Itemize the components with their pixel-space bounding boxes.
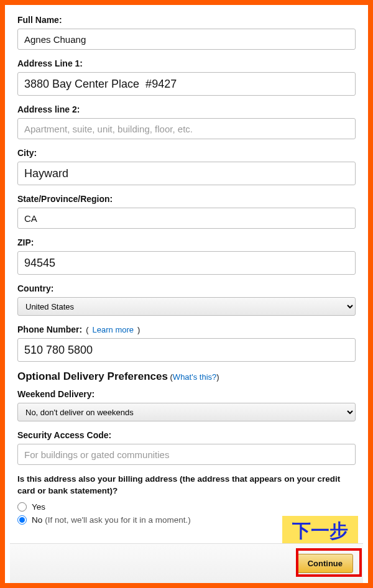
city-input[interactable] (17, 162, 356, 185)
annotation-next-step: 下一步 (282, 516, 358, 546)
billing-yes-radio[interactable] (17, 502, 27, 512)
phone-label: Phone Number: (17, 324, 82, 334)
phone-input[interactable] (17, 338, 356, 362)
weekend-label: Weekend Delivery: (17, 389, 356, 399)
optional-delivery-title: Optional Delivery Preferences (17, 370, 168, 382)
continue-button[interactable]: Continue (297, 554, 353, 573)
security-input[interactable] (17, 444, 356, 465)
address2-input[interactable] (17, 118, 356, 139)
billing-no-hint: (If not, we'll ask you for it in a momen… (45, 515, 190, 525)
paren-open: ( (86, 325, 88, 334)
billing-yes-label: Yes (32, 502, 45, 512)
billing-no-label: No (32, 515, 42, 525)
country-select[interactable]: United States (17, 297, 356, 316)
city-label: City: (17, 148, 356, 158)
address1-input[interactable] (17, 72, 356, 96)
state-label: State/Province/Region: (17, 194, 356, 204)
zip-label: ZIP: (17, 237, 356, 247)
billing-question: Is this address also your billing addres… (17, 474, 356, 497)
whats-this-link[interactable]: What's this? (173, 372, 216, 382)
security-label: Security Access Code: (17, 430, 356, 440)
address1-label: Address Line 1: (17, 58, 356, 68)
continue-bar: Continue (10, 543, 363, 583)
paren-close: ) (137, 325, 140, 334)
full-name-input[interactable] (17, 29, 356, 50)
learn-more-link[interactable]: Learn more (93, 325, 134, 334)
state-input[interactable] (17, 208, 356, 229)
weekend-select[interactable]: No, don't deliver on weekends (17, 403, 356, 421)
address2-label: Address line 2: (17, 104, 356, 114)
billing-no-radio[interactable] (17, 515, 27, 525)
country-label: Country: (17, 283, 356, 293)
full-name-label: Full Name: (17, 15, 356, 25)
zip-input[interactable] (17, 251, 356, 275)
